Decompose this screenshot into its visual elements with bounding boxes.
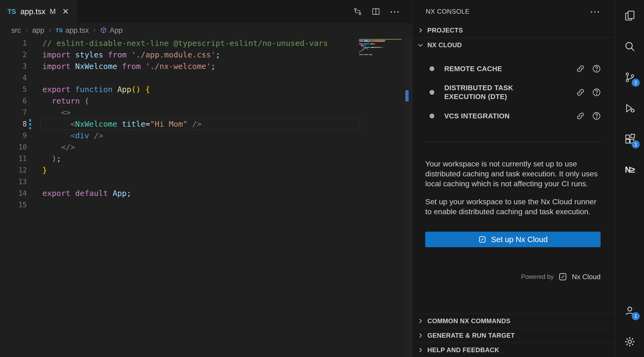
- section-projects[interactable]: PROJECTS: [412, 23, 615, 38]
- code-text: import styles from './app.module.css';: [42, 49, 220, 61]
- line-number: 12: [0, 165, 42, 176]
- nx-logo: N≥: [625, 165, 634, 175]
- code-text: // eslint-disable-next-line @typescript-…: [42, 38, 328, 49]
- editor-scrollbar[interactable]: [405, 38, 412, 357]
- nx-console-panel: NX CONSOLE ⋯ PROJECTS NX CLOUD REMOTE CA…: [412, 0, 615, 357]
- code-line[interactable]: 6 return (: [0, 95, 412, 107]
- code-line[interactable]: 7 <>: [0, 107, 412, 118]
- count-badge: 1: [632, 312, 640, 320]
- status-dot-icon: [430, 66, 434, 71]
- panel-more-actions-icon[interactable]: ⋯: [590, 6, 601, 17]
- help-icon[interactable]: [592, 111, 601, 121]
- section-label: GENERATE & RUN TARGET: [427, 332, 515, 339]
- chevron-right-icon: [417, 317, 424, 325]
- setup-nx-cloud-button[interactable]: Set up Nx Cloud: [425, 232, 601, 247]
- code-lines: 1// eslint-disable-next-line @typescript…: [0, 38, 412, 211]
- chevron-down-icon: [417, 41, 424, 49]
- line-number: 10: [0, 141, 42, 153]
- line-number: 1: [0, 38, 42, 49]
- split-editor-icon[interactable]: [371, 7, 380, 16]
- tab-app-tsx[interactable]: TS app.tsx M ✕: [0, 0, 77, 23]
- tab-label: app.tsx: [20, 7, 46, 16]
- symbol-cube-icon: [100, 27, 107, 34]
- chevron-right-icon: [92, 28, 97, 33]
- tab-bar: TS app.tsx M ✕ ⋯: [0, 0, 412, 23]
- code-line[interactable]: 10 </>: [0, 141, 412, 153]
- editor-actions: ⋯: [353, 0, 412, 23]
- code-line[interactable]: 14export default App;: [0, 188, 412, 199]
- code-text: <NxWelcome title="Hi Mom" />: [42, 118, 202, 130]
- code-line[interactable]: 1// eslint-disable-next-line @typescript…: [0, 38, 412, 49]
- count-badge: 1: [632, 140, 640, 148]
- accounts-icon[interactable]: 1: [615, 295, 644, 326]
- source-control-icon[interactable]: 2: [615, 62, 644, 93]
- connect-link-icon[interactable]: [576, 111, 585, 121]
- code-text: </>: [42, 141, 75, 153]
- panel-header: NX CONSOLE ⋯: [412, 0, 615, 23]
- powered-by-label: Powered by: [521, 273, 554, 280]
- breadcrumb: src app TS app.tsx App: [0, 23, 412, 38]
- nx-cloud-feature-item: REMOTE CACHE: [412, 61, 615, 76]
- activity-bar-top: 21N≥: [615, 0, 644, 185]
- code-line[interactable]: 9 <div />: [0, 130, 412, 141]
- nx-cloud-description: Your workspace is not currently set up t…: [412, 142, 615, 217]
- section-help-and-feedback[interactable]: HELP AND FEEDBACK: [412, 343, 615, 357]
- code-line[interactable]: 3import NxWelcome from './nx-welcome';: [0, 61, 412, 72]
- status-dot-icon: [430, 114, 434, 118]
- code-text: );: [42, 153, 61, 165]
- open-changes-icon[interactable]: [353, 7, 362, 16]
- status-dot-icon: [430, 90, 434, 95]
- section-label: NX CLOUD: [427, 41, 462, 49]
- nx-cloud-logo-icon: [558, 272, 568, 282]
- git-modified-gutter-decoration: [29, 119, 31, 129]
- help-icon[interactable]: [592, 64, 601, 73]
- nx-console-icon[interactable]: N≥: [615, 154, 644, 185]
- modified-line-marker: [405, 90, 409, 101]
- line-number: 4: [0, 72, 42, 84]
- section-generate-run-target[interactable]: GENERATE & RUN TARGET: [412, 328, 615, 343]
- section-nx-cloud[interactable]: NX CLOUD: [412, 38, 615, 52]
- line-number: 14: [0, 188, 42, 199]
- typescript-file-icon: TS: [55, 27, 63, 34]
- code-line[interactable]: 15: [0, 199, 412, 211]
- breadcrumb-item-symbol[interactable]: App: [100, 26, 123, 35]
- code-text: export function App() {: [42, 84, 150, 95]
- line-number: 13: [0, 176, 42, 188]
- code-text: export default App;: [42, 188, 131, 199]
- more-actions-icon[interactable]: ⋯: [390, 6, 400, 17]
- close-icon[interactable]: ✕: [62, 8, 69, 16]
- code-line[interactable]: 5export function App() {: [0, 84, 412, 95]
- code-editor[interactable]: 1// eslint-disable-next-line @typescript…: [0, 38, 412, 357]
- code-line[interactable]: 12}: [0, 165, 412, 176]
- chevron-right-icon: [24, 28, 29, 33]
- breadcrumb-item-src[interactable]: src: [11, 26, 21, 35]
- breadcrumb-item-file[interactable]: TS app.tsx: [55, 26, 89, 35]
- minimap[interactable]: [359, 38, 404, 56]
- run-debug-icon[interactable]: [615, 93, 644, 123]
- description-paragraph: Set up your workspace to use the Nx Clou…: [425, 197, 601, 217]
- code-line[interactable]: 8 <NxWelcome title="Hi Mom" />: [0, 118, 412, 130]
- connect-link-icon[interactable]: [576, 64, 585, 73]
- description-paragraph: Your workspace is not currently set up t…: [425, 159, 601, 189]
- code-line[interactable]: 2import styles from './app.module.css';: [0, 49, 412, 61]
- line-number: 3: [0, 61, 42, 72]
- line-number: 7: [0, 107, 42, 118]
- search-icon[interactable]: [615, 31, 644, 62]
- settings-icon[interactable]: [615, 326, 644, 357]
- connect-link-icon[interactable]: [576, 88, 585, 97]
- line-number: 9: [0, 130, 42, 141]
- explorer-icon[interactable]: [615, 0, 644, 31]
- extensions-icon[interactable]: 1: [615, 123, 644, 154]
- section-common-nx-commands[interactable]: COMMON NX COMMANDS: [412, 314, 615, 328]
- breadcrumb-item-app[interactable]: app: [32, 26, 44, 35]
- help-icon[interactable]: [592, 88, 601, 97]
- code-text: <>: [42, 107, 71, 118]
- code-line[interactable]: 11 );: [0, 153, 412, 165]
- code-text: import NxWelcome from './nx-welcome';: [42, 61, 216, 72]
- chevron-right-icon: [417, 27, 424, 34]
- code-line[interactable]: 4: [0, 72, 412, 84]
- feature-label: VCS INTEGRATION: [444, 112, 543, 121]
- code-text: return (: [42, 95, 89, 107]
- line-number: 5: [0, 84, 42, 95]
- code-line[interactable]: 13: [0, 176, 412, 188]
